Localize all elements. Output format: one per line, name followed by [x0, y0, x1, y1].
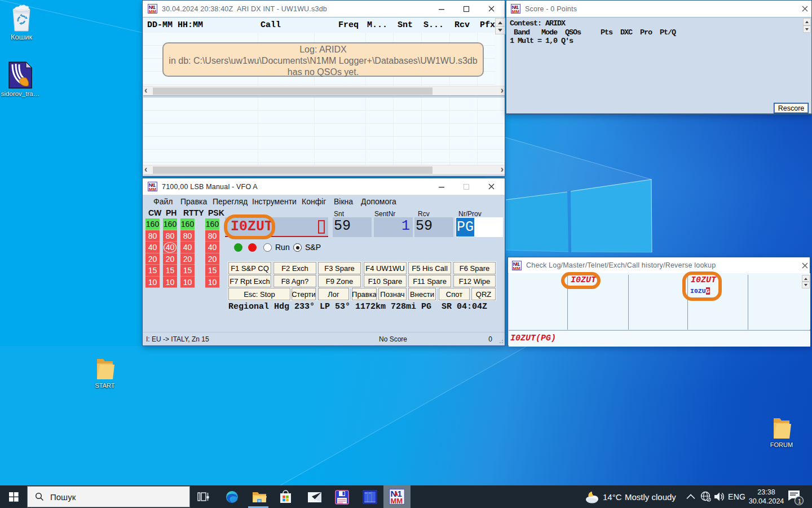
svg-text:MM: MM [149, 9, 157, 14]
svg-text:MM: MM [391, 497, 403, 505]
svg-text:1: 1 [798, 498, 801, 505]
svg-text:MM: MM [149, 187, 157, 192]
svg-text:MM: MM [513, 265, 521, 270]
svg-text:MM: MM [512, 9, 520, 14]
